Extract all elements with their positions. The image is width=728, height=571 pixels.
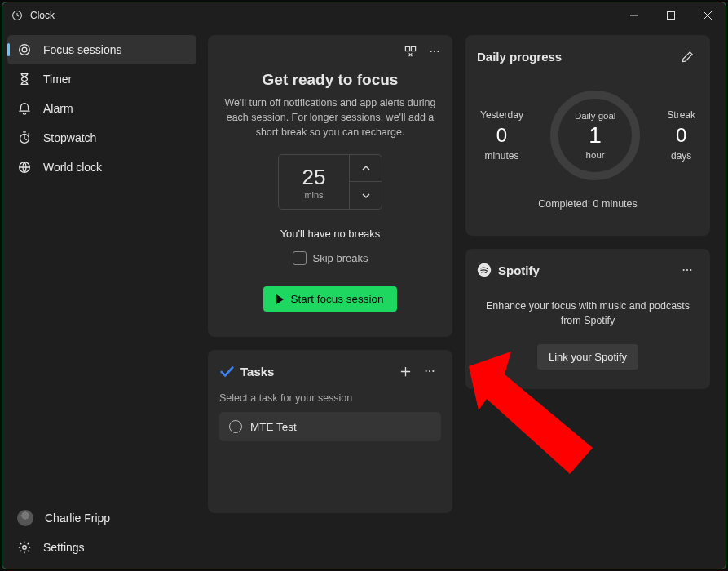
focus-subtitle: We'll turn off notifications and app ale…	[224, 95, 436, 139]
svg-rect-1	[667, 12, 674, 20]
globe-icon	[17, 160, 32, 175]
sidebar-item-alarm[interactable]: Alarm	[7, 94, 196, 123]
minimize-button[interactable]	[615, 2, 652, 29]
goal-unit: hour	[586, 150, 605, 160]
daily-progress-card: Daily progress Yesterday 0 minutes Daily…	[465, 35, 710, 236]
skip-breaks-label: Skip breaks	[313, 252, 368, 264]
tasks-title: Tasks	[240, 365, 274, 378]
tasks-card: Tasks Select a task for your session MTE…	[208, 350, 452, 513]
task-item[interactable]: MTE Test	[219, 412, 441, 441]
expand-icon[interactable]	[399, 40, 421, 63]
focus-card: Get ready to focus We'll turn off notifi…	[208, 35, 452, 337]
progress-title: Daily progress	[477, 50, 562, 64]
spotify-subtitle: Enhance your focus with music and podcas…	[477, 299, 699, 328]
svg-point-17	[686, 269, 688, 271]
maximize-button[interactable]	[652, 2, 689, 29]
focus-title: Get ready to focus	[263, 71, 399, 89]
settings-label: Settings	[43, 541, 85, 554]
breaks-info: You'll have no breaks	[280, 228, 381, 240]
svg-point-9	[430, 51, 432, 52]
yesterday-label: Yesterday	[480, 109, 523, 121]
spotify-card: Spotify Enhance your focus with music an…	[465, 249, 710, 389]
play-icon	[276, 294, 284, 304]
link-spotify-button[interactable]: Link your Spotify	[537, 344, 638, 370]
spotify-more-button[interactable]	[676, 259, 699, 281]
stopwatch-icon	[17, 131, 32, 145]
goal-value: 1	[589, 122, 602, 148]
sidebar-item-world-clock[interactable]: World clock	[7, 153, 196, 182]
tasks-more-button[interactable]	[418, 360, 441, 383]
sidebar-item-timer[interactable]: Timer	[7, 64, 196, 94]
yesterday-value: 0	[480, 124, 523, 147]
edit-progress-button[interactable]	[676, 45, 699, 68]
increase-duration-button[interactable]	[349, 155, 382, 182]
sidebar-item-settings[interactable]: Settings	[7, 533, 196, 562]
sidebar-item-user[interactable]: Charlie Fripp	[7, 503, 196, 533]
task-label: MTE Test	[250, 421, 297, 433]
goal-label: Daily goal	[575, 111, 616, 121]
tasks-icon	[219, 364, 234, 378]
target-icon	[17, 42, 32, 57]
streak-label: Streak	[667, 109, 695, 121]
sidebar-item-label: Focus sessions	[43, 43, 121, 56]
radio-icon	[229, 420, 242, 433]
svg-rect-7	[405, 46, 409, 51]
duration-value: 25	[302, 165, 326, 190]
svg-rect-8	[411, 46, 415, 51]
svg-point-11	[437, 51, 439, 52]
yesterday-unit: minutes	[480, 150, 523, 162]
avatar	[17, 510, 33, 526]
add-task-button[interactable]	[394, 360, 417, 383]
spotify-title: Spotify	[498, 263, 540, 277]
more-icon[interactable]	[423, 40, 446, 63]
svg-point-10	[434, 51, 435, 52]
streak-stat: Streak 0 days	[667, 109, 695, 162]
yesterday-stat: Yesterday 0 minutes	[480, 109, 523, 162]
svg-point-3	[22, 47, 27, 52]
svg-point-16	[683, 269, 685, 271]
sidebar-item-label: Timer	[43, 73, 72, 86]
titlebar: Clock	[2, 2, 726, 29]
hourglass-icon	[17, 72, 32, 86]
sidebar-item-focus-sessions[interactable]: Focus sessions	[7, 35, 196, 64]
tasks-subtitle: Select a task for your session	[219, 392, 441, 404]
start-focus-button[interactable]: Start focus session	[263, 286, 396, 312]
sidebar-item-label: Stopwatch	[43, 131, 96, 144]
completed-text: Completed: 0 minutes	[477, 198, 699, 210]
window-title: Clock	[30, 10, 55, 21]
svg-point-13	[429, 370, 430, 372]
link-spotify-label: Link your Spotify	[549, 351, 627, 363]
sidebar-item-stopwatch[interactable]: Stopwatch	[7, 123, 196, 153]
svg-point-6	[23, 546, 27, 550]
svg-point-2	[20, 45, 30, 55]
streak-value: 0	[667, 124, 695, 147]
duration-stepper: 25 mins	[278, 154, 382, 210]
bell-icon	[17, 101, 32, 116]
svg-point-12	[426, 370, 427, 372]
duration-unit: mins	[304, 190, 323, 200]
spotify-icon	[477, 263, 492, 277]
svg-point-14	[432, 370, 434, 372]
skip-breaks-checkbox[interactable]: Skip breaks	[293, 251, 368, 265]
checkbox-icon	[293, 251, 307, 265]
decrease-duration-button[interactable]	[349, 182, 382, 209]
daily-goal-ring: Daily goal 1 hour	[550, 91, 640, 180]
sidebar-item-label: Alarm	[43, 102, 73, 115]
user-name: Charlie Fripp	[45, 511, 110, 525]
gear-icon	[17, 540, 32, 555]
sidebar-item-label: World clock	[43, 161, 102, 174]
svg-point-18	[690, 269, 691, 271]
close-button[interactable]	[689, 2, 726, 29]
clock-app-icon	[11, 9, 24, 22]
sidebar: Focus sessions Timer Alarm Stopwatch Wor…	[2, 29, 201, 569]
start-focus-label: Start focus session	[290, 293, 383, 305]
streak-unit: days	[667, 150, 695, 162]
